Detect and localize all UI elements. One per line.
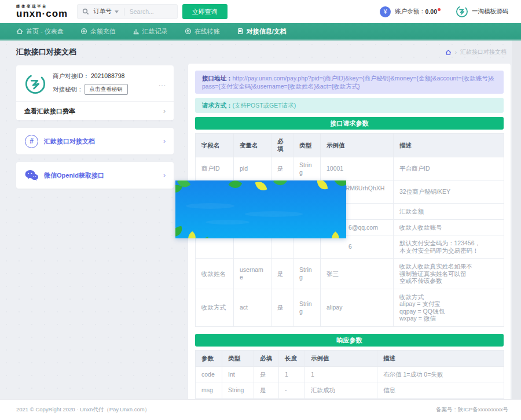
- query-button[interactable]: 立即查询: [182, 4, 228, 19]
- view-key-button[interactable]: 点击查看秘钥: [85, 84, 128, 95]
- table-cell: 32位商户秘钥/KEY: [394, 180, 504, 204]
- top-header: 媒体变现平台 unxn·com 订单号 立即查询 ¥ 账户余额： 0.00: [0, 0, 521, 23]
- table-cell: code: [196, 366, 222, 382]
- table-cell: String: [293, 259, 321, 289]
- chevron-right-icon: ›: [163, 107, 166, 115]
- column-header: 字段名: [196, 134, 234, 157]
- column-header: 示例值: [321, 134, 394, 157]
- table-cell: 10001: [321, 157, 394, 180]
- page-footer: 2021 © CopyRight 2020 · Unxn代付（Pay.Unxn.…: [0, 399, 521, 420]
- sidebar-item-label: 微信Openid获取接口: [44, 171, 163, 180]
- table-cell: String: [222, 382, 254, 399]
- rate-link-label: 查看汇款接口费率: [24, 107, 75, 116]
- copyright-text: 2021 © CopyRight 2020 · Unxn代付（Pay.Unxn.…: [16, 406, 150, 414]
- column-header: 必填: [254, 350, 279, 366]
- nav-item-transfer[interactable]: 在线转账: [185, 27, 220, 36]
- partner-logo-icon: [456, 5, 468, 18]
- chevron-right-icon: ›: [163, 137, 166, 145]
- nav-item-recharge[interactable]: 余额充值: [80, 27, 116, 36]
- divider: [124, 8, 124, 16]
- table-row: 收款姓名username是String张三收款人收款真实姓名如果不 强制验证真实…: [196, 259, 504, 289]
- table-cell: act: [234, 289, 271, 326]
- api-url-notice: 接口地址：http://pay.unxn.com/pay.php?pid={商户…: [195, 71, 504, 94]
- table-header-row: 参数 类型 必填 长度 示例值 描述: [196, 350, 504, 366]
- table-cell: 收款方式: [196, 289, 234, 326]
- table-cell: 平台商户ID: [394, 157, 504, 180]
- sidebar: 商户对接ID： 2021088798 对接秘钥： 点击查看秘钥 ... 查看汇款…: [16, 65, 174, 196]
- balance-label: 账户余额：: [395, 8, 425, 16]
- api-url-label: 接口地址：: [202, 75, 233, 82]
- table-cell: String: [293, 157, 321, 180]
- merchant-key-label: 对接秘钥：: [53, 86, 83, 93]
- document-icon: [237, 28, 244, 35]
- table-cell: String: [293, 289, 321, 326]
- main-nav: 首页 - 仪表盘 余额充值 汇款记录 在线转账 对接信息/文档: [0, 23, 521, 40]
- nav-item-records[interactable]: 汇款记录: [133, 27, 168, 36]
- table-cell: [234, 235, 271, 259]
- header-right: ¥ 账户余额： 0.00 一淘模板源码: [380, 5, 508, 18]
- promo-banner-overlay[interactable]: [175, 180, 346, 238]
- table-header-row: 字段名 变量名 必填 类型 示例值 描述: [196, 134, 504, 157]
- rate-link-row[interactable]: 查看汇款接口费率 ›: [16, 101, 174, 120]
- wechat-icon: [24, 168, 39, 183]
- table-cell: 是: [271, 157, 293, 180]
- page: 媒体变现平台 unxn·com 订单号 立即查询 ¥ 账户余额： 0.00: [0, 0, 521, 420]
- balance-yen-icon: ¥: [380, 6, 391, 17]
- column-header: 描述: [377, 350, 504, 366]
- table-cell: [196, 235, 234, 259]
- request-method-notice: 请求方式：(支持POST或GET请求): [195, 98, 504, 113]
- plus-circle-icon: [80, 28, 87, 35]
- home-icon: [16, 28, 23, 35]
- page-title: 汇款接口对接文档: [16, 47, 76, 57]
- partner-link[interactable]: 一淘模板源码: [456, 5, 508, 18]
- table-cell: 1: [305, 366, 377, 382]
- brand-name: unxn·com: [16, 9, 68, 19]
- request-params-banner: 接口请求参数: [195, 117, 504, 130]
- chevron-down-icon: [115, 10, 119, 13]
- table-cell: 6: [321, 235, 394, 259]
- table-cell: 汇款成功: [305, 382, 377, 399]
- table-cell: pid: [234, 157, 271, 180]
- brand-logo-icon: [24, 73, 46, 95]
- request-method-label: 请求方式：: [202, 102, 233, 109]
- search-input[interactable]: [130, 8, 173, 15]
- brand-logo[interactable]: 媒体变现平台 unxn·com: [16, 5, 68, 19]
- breadcrumb: › 汇款接口对接文档: [445, 48, 507, 56]
- nav-item-docs[interactable]: 对接信息/文档: [237, 27, 287, 36]
- request-method-value: (支持POST或GET请求): [233, 102, 296, 109]
- sidebar-item-api-docs[interactable]: # 汇款接口对接文档 ›: [16, 128, 174, 154]
- table-row: codeInt是11布尔值 1=成功 0=失败: [196, 366, 504, 382]
- table-row: msgString是-汇款成功信息: [196, 382, 504, 399]
- nav-item-dashboard[interactable]: 首页 - 仪表盘: [16, 27, 64, 36]
- table-row: 收款方式act是Stringalipay收款方式 alipay = 支付宝 qq…: [196, 289, 504, 326]
- home-icon[interactable]: [445, 49, 452, 56]
- nav-item-label: 汇款记录: [142, 27, 168, 36]
- table-cell: 1: [279, 366, 305, 382]
- merchant-info-block: 商户对接ID： 2021088798 对接秘钥： 点击查看秘钥 ...: [16, 65, 174, 101]
- search-bar: 订单号: [77, 4, 178, 19]
- bar-chart-icon: [133, 28, 140, 35]
- table-cell: 信息: [377, 382, 504, 399]
- table-cell: 收款人收款真实姓名如果不 强制验证真实姓名可以留 空或不传该参数: [394, 259, 504, 289]
- sidebar-item-label: 汇款接口对接文档: [44, 137, 163, 146]
- icp-text: 备案号：陕ICP备xxxxxxxxx号: [436, 406, 508, 414]
- sidebar-item-wechat-openid[interactable]: 微信Openid获取接口 ›: [16, 162, 174, 189]
- nav-item-label: 对接信息/文档: [247, 27, 287, 36]
- table-row: 商户IDpid是String10001平台商户ID: [196, 157, 504, 180]
- column-header: 变量名: [234, 134, 271, 157]
- table-cell: Int: [222, 366, 254, 382]
- nav-item-label: 首页 - 仪表盘: [26, 27, 64, 36]
- table-cell: 是: [271, 259, 293, 289]
- column-header: 类型: [222, 350, 254, 366]
- table-row: 6默认支付安全码为：123456， 本支付安全码即为交易密码！: [196, 235, 504, 259]
- merchant-id-value: 2021088798: [91, 72, 124, 79]
- table-cell: 默认支付安全码为：123456， 本支付安全码即为交易密码！: [394, 235, 504, 259]
- chevron-right-icon: ›: [163, 171, 166, 179]
- table-cell: [271, 235, 293, 259]
- merchant-id-label: 商户对接ID：: [53, 72, 89, 79]
- api-url-value: http://pay.unxn.com/pay.php?pid={商户ID}&k…: [202, 75, 494, 90]
- column-header: 描述: [394, 134, 504, 157]
- search-category-value: 订单号: [93, 8, 112, 16]
- search-category-select[interactable]: 订单号: [93, 8, 119, 16]
- scrollbar-track[interactable]: [512, 40, 521, 399]
